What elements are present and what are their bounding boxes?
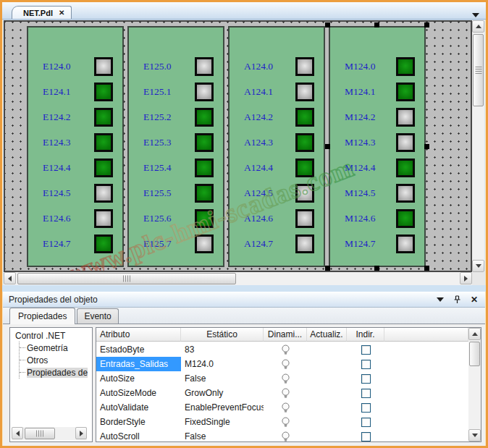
dynamic-cell[interactable] [264,415,307,429]
pane-menu-icon[interactable] [437,297,444,302]
io-panel-E125[interactable]: E125.0E125.1E125.2E125.3E125.4E125.5E125… [127,26,224,267]
io-indicator-off [396,133,415,152]
tree-item[interactable]: Propiedades de [20,366,92,379]
attribute-cell[interactable]: AutoScroll [96,429,181,441]
update-cell[interactable] [307,429,347,441]
scroll-left-button[interactable] [12,427,23,439]
tree-item[interactable]: Geometría [20,342,92,354]
indirect-checkbox[interactable] [361,403,371,413]
static-value-cell[interactable]: FixedSingle [181,415,264,429]
static-value-cell[interactable]: GrowOnly [181,386,264,400]
indirect-checkbox[interactable] [361,360,371,369]
dynamic-cell[interactable] [264,386,307,400]
scroll-up-button[interactable] [472,20,484,33]
update-cell[interactable] [307,342,347,357]
scroll-thumb[interactable] [469,342,480,366]
update-cell[interactable] [307,400,347,415]
column-header[interactable]: Estático [181,328,264,342]
scroll-thumb[interactable] [473,34,484,106]
scroll-right-button[interactable] [75,427,87,439]
io-indicator-on [195,184,214,203]
selection-handle-bc[interactable] [374,266,379,271]
io-panel-A124[interactable]: A124.0A124.1A124.2A124.3A124.4A124.5A124… [228,26,325,267]
column-header[interactable]: Dinami... [264,328,307,342]
attribute-cell[interactable]: AutoSize [96,371,181,386]
static-value-cell[interactable]: EnablePreventFocusC [181,400,264,415]
indirect-checkbox[interactable] [361,432,371,441]
selection-handle-tr[interactable] [424,22,429,28]
scroll-down-button[interactable] [468,429,481,441]
column-header[interactable]: Actualiz. [307,328,347,342]
selection-handle-br[interactable] [424,266,429,271]
dynamic-cell[interactable] [264,357,307,371]
selection-handle-mr[interactable] [424,144,429,149]
pane-tabs: Propiedades Evento [3,308,485,324]
scroll-thumb[interactable] [25,428,55,439]
indirect-cell [347,386,384,400]
thumb-grip [475,67,481,74]
tab-label: NET.Pdl [23,9,53,17]
pin-icon[interactable] [453,295,461,304]
update-cell[interactable] [307,371,347,386]
io-indicator-off [94,184,113,203]
scroll-left-button[interactable] [4,272,16,284]
io-label: A124.5 [244,187,273,199]
tab-close-icon[interactable]: ✕ [59,9,64,17]
update-cell[interactable] [307,357,347,371]
io-indicator-off [195,83,214,101]
io-indicator-off [195,234,214,253]
scroll-track[interactable] [16,272,460,285]
tree-item[interactable]: Otros [20,354,92,366]
selection-handle-bl[interactable] [325,266,330,271]
dynamic-cell[interactable] [264,371,307,386]
scroll-track[interactable] [468,340,481,429]
io-row: E125.2 [129,104,223,130]
attribute-cell[interactable]: AutoSizeMode [96,386,181,400]
scroll-down-button[interactable] [472,260,484,272]
scroll-thumb[interactable] [17,273,236,284]
tab-net-pdl[interactable]: NET.Pdl ✕ [12,6,72,19]
pane-close-icon[interactable]: ✕ [471,295,478,304]
tab-propiedades[interactable]: Propiedades [9,308,75,324]
static-value-cell[interactable]: 83 [181,342,264,357]
selection-handle-ml[interactable] [325,144,330,149]
indirect-checkbox[interactable] [361,389,371,398]
io-row: E125.4 [129,155,223,180]
column-header[interactable]: Indir. [347,328,384,342]
io-indicator-on [195,209,214,228]
attribute-cell[interactable]: AutoValidate [96,400,181,415]
indirect-checkbox[interactable] [361,418,371,427]
static-value-cell[interactable]: False [181,429,264,441]
scroll-track[interactable] [23,427,75,440]
tab-overflow-button[interactable] [472,7,479,20]
drawing-canvas[interactable]: E124.0E124.1E124.2E124.3E124.4E124.5E124… [4,20,472,272]
pane-splitter[interactable] [2,285,486,292]
io-panel-E124[interactable]: E124.0E124.1E124.2E124.3E124.4E124.5E124… [27,26,124,267]
io-label: E124.0 [43,61,71,72]
static-value-cell[interactable]: M124.0 [181,357,264,371]
static-value-cell[interactable]: False [181,371,264,386]
attribute-cell[interactable]: Entradas_Salidas [96,357,181,371]
indirect-cell [347,400,384,415]
io-indicator-on [295,159,314,177]
dynamic-cell[interactable] [264,429,307,441]
io-panel-M124[interactable]: M124.0M124.1M124.2M124.3M124.4M124.5M124… [329,26,426,267]
dynamic-cell[interactable] [264,342,307,357]
tree-item-root[interactable]: Control .NET [14,330,92,342]
update-cell[interactable] [307,386,347,400]
tab-evento[interactable]: Evento [77,308,118,324]
scroll-up-button[interactable] [468,328,481,340]
indirect-checkbox[interactable] [361,345,371,355]
scroll-right-button[interactable] [460,272,472,284]
selection-handle-tl[interactable] [325,22,330,28]
indirect-checkbox[interactable] [361,374,371,384]
dynamic-cell[interactable] [264,400,307,415]
update-cell[interactable] [307,415,347,429]
column-header[interactable]: Atributo [96,328,181,342]
attribute-cell[interactable]: BorderStyle [96,415,181,429]
selection-handle-tc[interactable] [374,22,379,28]
pane-title: Propiedades del objeto [9,295,437,305]
attribute-cell[interactable]: EstadoByte [96,342,181,357]
scroll-track[interactable] [472,33,484,260]
io-row: A124.4 [230,155,324,180]
